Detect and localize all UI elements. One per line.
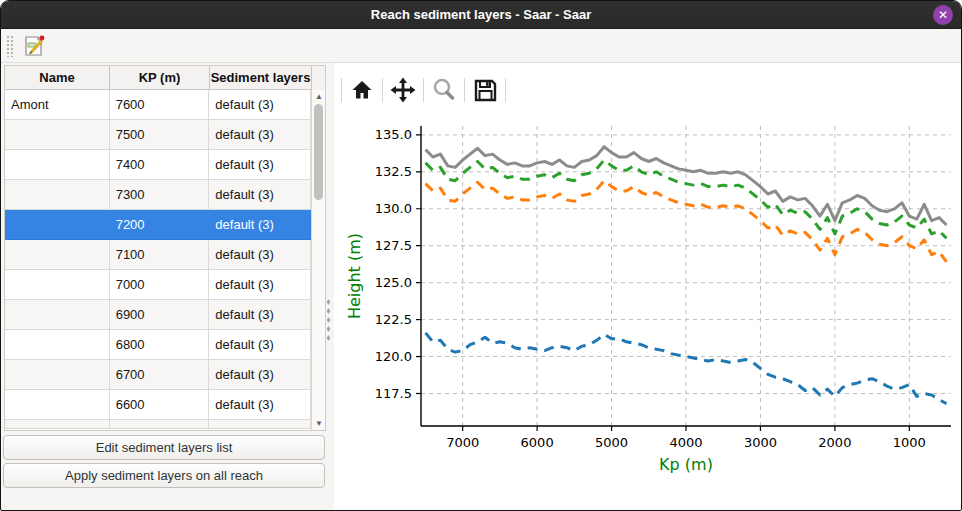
cell-name[interactable]	[5, 300, 110, 330]
y-tick-label: 120.0	[375, 349, 412, 364]
cell-name[interactable]	[5, 180, 110, 210]
x-tick-label: 6000	[521, 435, 554, 450]
table-body: Amont7600default (3)7500default (3)7400d…	[5, 90, 311, 430]
cell-layers[interactable]: default (3)	[209, 90, 311, 120]
cell-layers[interactable]: default (3)	[209, 360, 311, 390]
column-header-kp[interactable]: KP (m)	[110, 66, 210, 90]
cell-kp[interactable]: 6700	[110, 360, 210, 390]
cell-kp[interactable]: 7200	[110, 210, 210, 240]
cell-layers[interactable]: default (3)	[209, 240, 311, 270]
column-header-sediment-layers[interactable]: Sediment layers	[210, 66, 312, 90]
column-header-name[interactable]: Name	[5, 66, 110, 90]
table-row[interactable]: 7100default (3)	[5, 240, 311, 270]
x-axis-label: Kp (m)	[659, 455, 713, 474]
home-button[interactable]	[345, 76, 379, 104]
cell-name[interactable]	[5, 120, 110, 150]
cell-kp[interactable]: 6800	[110, 330, 210, 360]
save-button[interactable]	[468, 76, 502, 104]
sediment-table-panel: Name KP (m) Sediment layers Amont7600def…	[1, 63, 333, 510]
cell-kp[interactable]: 6600	[110, 390, 210, 420]
scroll-up-icon[interactable]: ▲	[312, 90, 326, 103]
cell-layers[interactable]: default (3)	[209, 270, 311, 300]
x-tick-label: 4000	[669, 435, 702, 450]
y-tick-label: 125.0	[375, 275, 412, 290]
cell-kp[interactable]: 7400	[110, 150, 210, 180]
edit-sediment-button[interactable]	[19, 33, 49, 59]
cell-name[interactable]: Amont	[5, 90, 110, 120]
y-tick-label: 122.5	[375, 312, 412, 327]
plot-canvas[interactable]: 7000600050004000300020001000135.0132.513…	[334, 106, 961, 510]
table-scrollbar[interactable]: ▲ ▼	[311, 90, 325, 430]
y-tick-label: 130.0	[375, 201, 412, 216]
x-tick-label: 7000	[446, 435, 479, 450]
plot-toolbar	[338, 75, 509, 105]
toolbar-drag-handle[interactable]	[6, 35, 15, 57]
cell-kp[interactable]: 7100	[110, 240, 210, 270]
cell-layers[interactable]: default (3)	[209, 390, 311, 420]
cell-kp[interactable]: 7600	[110, 90, 210, 120]
x-tick-label: 3000	[744, 435, 777, 450]
table-row[interactable]: 6700default (3)	[5, 360, 311, 390]
table-row[interactable]: 7200default (3)	[5, 210, 311, 240]
y-tick-label: 132.5	[375, 164, 412, 179]
cell-layers[interactable]: default (3)	[209, 210, 311, 240]
y-tick-label: 117.5	[375, 386, 412, 401]
table-header: Name KP (m) Sediment layers	[5, 66, 325, 90]
cell-name[interactable]	[5, 210, 110, 240]
cell-layers[interactable]: default (3)	[209, 300, 311, 330]
table-row[interactable]: 7300default (3)	[5, 180, 311, 210]
table-row[interactable]: Amont7600default (3)	[5, 90, 311, 120]
save-icon	[473, 78, 498, 103]
table-row[interactable]: 7400default (3)	[5, 150, 311, 180]
apply-sediment-layers-button[interactable]: Apply sediment layers on all reach	[3, 463, 325, 488]
plot-panel: 7000600050004000300020001000135.0132.513…	[334, 63, 961, 510]
table-row-partial	[5, 420, 311, 429]
cell-name[interactable]	[5, 390, 110, 420]
cell-layers[interactable]: default (3)	[209, 180, 311, 210]
window-title: Reach sediment layers - Saar - Saar	[371, 7, 591, 22]
table-row[interactable]: 7000default (3)	[5, 270, 311, 300]
table-row[interactable]: 7500default (3)	[5, 120, 311, 150]
cell-name[interactable]	[5, 330, 110, 360]
home-icon	[350, 78, 374, 102]
cell-kp[interactable]: 7000	[110, 270, 210, 300]
cell-name[interactable]	[5, 270, 110, 300]
y-tick-label: 127.5	[375, 238, 412, 253]
close-icon[interactable]: ✕	[933, 5, 953, 25]
x-tick-label: 5000	[595, 435, 628, 450]
zoom-icon	[431, 77, 457, 103]
cell-kp[interactable]: 7300	[110, 180, 210, 210]
reach-kp-table: Name KP (m) Sediment layers Amont7600def…	[4, 65, 326, 431]
table-row[interactable]: 6800default (3)	[5, 330, 311, 360]
zoom-button[interactable]	[427, 76, 461, 104]
pan-icon	[390, 77, 416, 103]
table-row[interactable]: 6900default (3)	[5, 300, 311, 330]
x-tick-label: 1000	[893, 435, 926, 450]
cell-kp[interactable]: 6900	[110, 300, 210, 330]
cell-layers[interactable]: default (3)	[209, 120, 311, 150]
cell-kp[interactable]: 7500	[110, 120, 210, 150]
y-tick-label: 135.0	[375, 127, 412, 142]
cell-name[interactable]	[5, 240, 110, 270]
cell-name[interactable]	[5, 360, 110, 390]
reach-sediment-layers-window: Reach sediment layers - Saar - Saar ✕ Na…	[0, 0, 962, 511]
table-row[interactable]: 6600default (3)	[5, 390, 311, 420]
scrollbar-thumb[interactable]	[314, 104, 323, 200]
scroll-down-icon[interactable]: ▼	[312, 417, 326, 430]
sediment-profile-chart: 7000600050004000300020001000135.0132.513…	[334, 106, 962, 511]
cell-name[interactable]	[5, 150, 110, 180]
pan-button[interactable]	[386, 76, 420, 104]
panel-splitter-handle[interactable]	[326, 298, 331, 342]
edit-document-icon	[22, 35, 46, 57]
titlebar[interactable]: Reach sediment layers - Saar - Saar ✕	[1, 1, 961, 29]
cell-layers[interactable]: default (3)	[209, 150, 311, 180]
top-toolbar	[1, 29, 961, 63]
cell-layers[interactable]: default (3)	[209, 330, 311, 360]
y-axis-label: Height (m)	[345, 233, 364, 319]
x-tick-label: 2000	[818, 435, 851, 450]
edit-sediment-layers-list-button[interactable]: Edit sediment layers list	[3, 435, 325, 460]
